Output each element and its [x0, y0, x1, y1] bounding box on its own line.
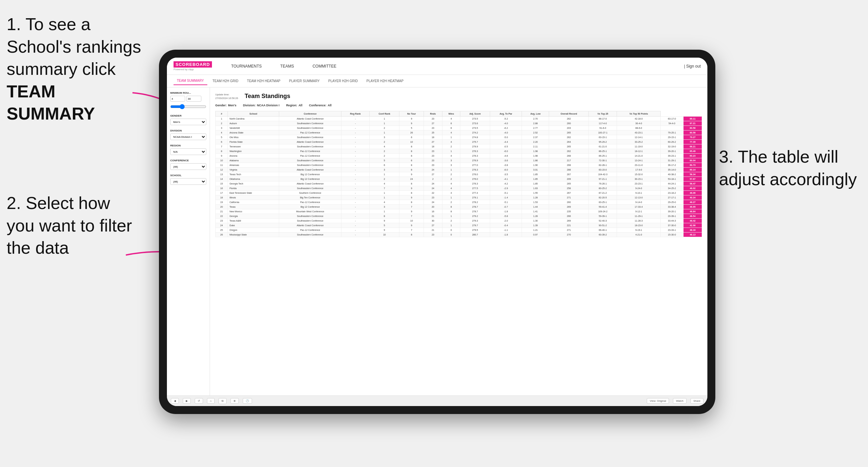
reload-button[interactable]: ↺	[195, 398, 203, 404]
table-cell: 104-42-3	[588, 172, 617, 177]
sub-nav-player-h2h-grid[interactable]: PLAYER H2H GRID	[325, 77, 361, 85]
col-adj-score: Adj. Score	[460, 111, 490, 116]
table-row: 21New MexicoMountain West Conference-191…	[216, 209, 702, 214]
table-cell: 9	[399, 116, 424, 121]
sub-nav-team-summary[interactable]: TEAM SUMMARY	[174, 77, 207, 85]
table-cell: 40.34	[683, 195, 702, 200]
table-cell: 24	[424, 200, 442, 204]
division-filter-pill: Division: NCAA Division I	[243, 104, 280, 107]
table-cell: 16	[424, 209, 442, 214]
table-cell: 3	[442, 163, 460, 167]
table-cell: Texas Tech	[227, 172, 279, 177]
table-cell: Florida	[227, 186, 279, 190]
filter-conference: Conference (All)	[170, 159, 206, 170]
forward-button[interactable]: ▶	[183, 398, 191, 404]
table-cell: 2.88	[522, 121, 549, 126]
table-cell: 209	[549, 177, 588, 181]
table-cell: 6	[370, 163, 399, 167]
table-cell: Washington	[227, 149, 279, 153]
table-cell: 21	[424, 214, 442, 218]
sub-nav-team-h2h-grid[interactable]: TEAM H2H GRID	[209, 77, 242, 85]
table-cell: 11-28-3	[617, 218, 660, 223]
conference-select[interactable]: (All)	[170, 163, 206, 170]
table-cell: 279.5	[460, 227, 490, 232]
conference-filter-pill: Conference: All	[309, 104, 332, 107]
table-cell: 2.70	[522, 116, 549, 121]
school-select[interactable]: (All)	[170, 178, 206, 185]
table-cell: 2	[216, 121, 228, 126]
table-cell: -	[341, 190, 370, 195]
table-cell: 6	[442, 126, 460, 130]
logo: SCOREBOARD Powered by clipp	[174, 61, 212, 71]
filter-rank-slider[interactable]	[170, 104, 206, 109]
table-cell: 279.9	[460, 144, 490, 149]
table-cell: 9	[399, 195, 424, 200]
table-cell: Southern Conference	[279, 190, 341, 195]
watch-button[interactable]: Watch	[673, 398, 686, 404]
division-select[interactable]: NCAA Division I	[170, 133, 206, 140]
table-cell: 8	[399, 232, 424, 237]
nav-committee[interactable]: COMMITTEE	[310, 63, 339, 70]
table-cell: 2	[370, 149, 399, 153]
table-cell: 46.84	[683, 209, 702, 214]
table-cell: -	[341, 126, 370, 130]
table-row: 15Georgia TechAtlantic Coast Conference-…	[216, 181, 702, 186]
sub-nav-team-h2h-heatmap[interactable]: TEAM H2H HEATMAP	[244, 77, 284, 85]
table-cell: Pac-12 Conference	[279, 149, 341, 153]
table-cell: 1	[370, 172, 399, 177]
table-cell: 8	[399, 144, 424, 149]
gender-select[interactable]: Men's Women's	[170, 119, 206, 125]
time-button[interactable]: 🕐	[243, 398, 252, 404]
filter-min-input[interactable]	[170, 96, 185, 102]
table-cell: 1	[442, 167, 460, 172]
table-cell: 21	[216, 209, 228, 214]
table-cell: 13	[216, 172, 228, 177]
back-button[interactable]: ◀	[171, 398, 179, 404]
table-cell: 19	[216, 200, 228, 204]
table-cell: 2	[442, 172, 460, 177]
table-cell: 9-14-0	[617, 200, 660, 204]
sub-nav-player-summary[interactable]: PLAYER SUMMARY	[286, 77, 323, 85]
table-cell: 4	[442, 190, 460, 195]
table-cell: Southeastern Conference	[279, 135, 341, 139]
table-cell: 2	[442, 200, 460, 204]
paste-button[interactable]: ⊕	[230, 398, 239, 404]
col-no-tour: No Tour	[399, 111, 424, 116]
table-cell: California	[227, 200, 279, 204]
table-cell: 23	[424, 153, 442, 158]
table-cell: 60.23	[683, 153, 702, 158]
table-cell: -	[341, 214, 370, 218]
sub-nav-player-h2h-heatmap[interactable]: PLAYER H2H HEATMAP	[363, 77, 407, 85]
region-select[interactable]: N/A	[170, 148, 206, 155]
table-cell: 1	[370, 121, 399, 126]
table-cell: -4.6	[490, 153, 522, 158]
nav-tournaments[interactable]: TOURNAMENTS	[228, 63, 264, 70]
table-cell: 1.30	[522, 218, 549, 223]
table-cell: -4.0	[490, 130, 522, 135]
nav-teams[interactable]: TEAMS	[278, 63, 297, 70]
table-row: 12VirginiaAtlantic Coast Conference-3824…	[216, 167, 702, 172]
home-button[interactable]: ⌂	[207, 398, 215, 404]
table-cell: Florida State	[227, 139, 279, 144]
table-cell: 276.3	[460, 181, 490, 186]
table-cell: 4	[370, 181, 399, 186]
sign-out-button[interactable]: | Sign out	[684, 64, 701, 68]
table-cell: 273.5	[460, 116, 490, 121]
table-cell: 2	[370, 153, 399, 158]
share-button[interactable]: Share	[690, 398, 704, 404]
table-cell: 262	[549, 149, 588, 153]
table-cell: 9	[399, 121, 424, 126]
view-original-button[interactable]: View: Original	[647, 398, 669, 404]
table-cell: 72-30-1	[588, 158, 617, 163]
filter-max-input[interactable]	[186, 96, 202, 102]
copy-button[interactable]: ⧉	[219, 398, 226, 404]
table-cell: Southeastern Conference	[279, 218, 341, 223]
table-cell: 4	[370, 144, 399, 149]
table-cell: 23-33-1	[660, 227, 683, 232]
table-cell: 24	[424, 186, 442, 190]
table-cell: 270	[549, 232, 588, 237]
table-cell: North Carolina	[227, 116, 279, 121]
table-cell: 17-9-0	[617, 167, 660, 172]
table-cell: 9	[399, 223, 424, 227]
table-cell: -	[341, 139, 370, 144]
